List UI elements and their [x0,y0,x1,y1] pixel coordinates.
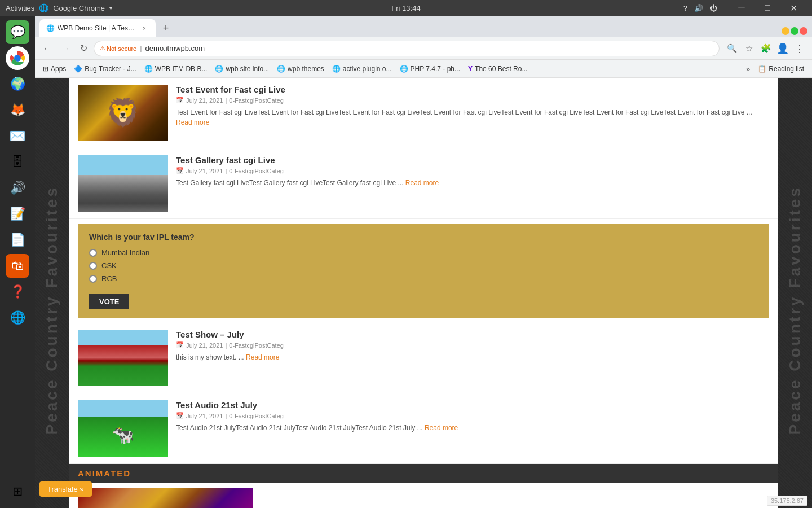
dock-apps-grid-icon[interactable]: ⊞ [6,480,29,503]
post-title-3[interactable]: Test Show – July [176,330,769,339]
post-date-2: July 21, 2021 [186,168,223,174]
post-title-1[interactable]: Test Event for Fast cgi Live [176,85,769,94]
tab-close-button[interactable]: × [140,24,149,33]
translate-bar[interactable]: Translate » [39,481,92,497]
profile-button[interactable]: 👤 [775,41,791,56]
post-thumb-2 [78,155,168,212]
dock-notepad-icon[interactable]: 📝 [6,202,29,226]
dock-files-icon[interactable]: 🗄 [6,150,29,174]
side-text-left-content: Peace Country Favourites [43,186,61,435]
back-button[interactable]: ← [39,41,55,56]
dock-email-icon[interactable]: ✉️ [6,124,29,148]
dock-shop-icon[interactable]: 🛍 [6,254,29,278]
post-sep-2: | [225,168,227,174]
bookmark-wpbitm-label: WPB ITM DB B... [155,65,208,73]
bookmark-yahoo-label: The 60 Best Ro... [475,65,527,73]
reading-list-button[interactable]: 📋 Reading list [754,64,807,74]
minimize-tab-control[interactable] [782,27,789,35]
post-excerpt-1: Test Event for Fast cgi LiveTest Event f… [176,107,769,128]
close-window-button[interactable]: ✕ [780,0,806,16]
post-sep-3: | [225,342,227,349]
post-date-4: July 21, 2021 [186,413,223,419]
bookmark-php[interactable]: 🌐 PHP 7.4.7 - ph... [396,64,464,74]
read-more-4[interactable]: Read more [425,424,458,432]
bookmark-wpbitm[interactable]: 🌐 WPB ITM DB B... [141,64,211,74]
maximize-tab-control[interactable] [791,27,798,35]
bookmark-wpbthemes[interactable]: 🌐 wpb themes [273,64,328,74]
dock-earth-icon[interactable]: 🌍 [6,72,29,96]
os-dock: 💬 🌍 🦊 ✉️ 🗄 🔊 📝 📄 🛍 ❓ 🌐 ⊞ [0,16,35,508]
address-bar[interactable]: ⚠ Not secure | demo.itmwpb.com [94,41,720,56]
security-warning: ⚠ Not secure [100,45,136,52]
help-icon[interactable]: ? [683,4,687,12]
browser-window: 🌐 WPB Demo Site | A Test Si... × + ← → ↻… [35,16,812,508]
new-tab-button[interactable]: + [158,20,174,36]
calendar-icon-1: 📅 [176,97,184,104]
bookmarks-more-button[interactable]: » [743,63,754,75]
dock-help-icon[interactable]: ❓ [6,280,29,304]
poll-question: Which is your fav IPL team? [89,233,758,242]
php-icon: 🌐 [400,65,408,73]
chevron-down-icon[interactable]: ▾ [109,5,112,11]
extensions-button[interactable]: 🧩 [758,41,774,56]
power-icon[interactable]: ⏻ [710,4,717,12]
poll-option-3[interactable]: RCB [89,274,758,283]
dock-chrome-icon[interactable] [6,46,29,70]
bookmark-star-button[interactable]: ☆ [741,41,757,56]
poll-radio-3[interactable] [89,275,97,283]
dock-document-icon[interactable]: 📄 [6,228,29,252]
dock-messages-icon[interactable]: 💬 [6,20,29,44]
post-sep-1: | [225,97,227,104]
wpbsite-icon: 🌐 [215,65,223,73]
poll-option-3-label: RCB [102,274,117,283]
post-title-2[interactable]: Test Gallery fast cgi Live [176,155,769,165]
main-content-area: 🦁 Test Event for Fast cgi Live 📅 July 21… [69,78,778,508]
tab-favicon: 🌐 [46,24,54,32]
navigation-bar: ← → ↻ ⚠ Not secure | demo.itmwpb.com 🔍 ☆… [35,37,812,60]
bookmark-yahoo[interactable]: Y The 60 Best Ro... [465,64,531,74]
forward-button[interactable]: → [58,41,73,56]
post-info-1: Test Event for Fast cgi Live 📅 July 21, … [176,85,769,141]
bookmark-bugtracker[interactable]: 🔷 Bug Tracker - J... [70,64,139,74]
poll-option-2[interactable]: CSK [89,261,758,270]
calendar-icon-3: 📅 [176,341,184,349]
poll-option-1[interactable]: Mumbai Indian [89,248,758,257]
url-text: demo.itmwpb.com [145,44,205,52]
dock-firefox-icon[interactable]: 🦊 [6,98,29,122]
post-item-2: Test Gallery fast cgi Live 📅 July 21, 20… [69,148,778,219]
dock-globe2-icon[interactable]: 🌐 [6,306,29,330]
browser-name-label: Google Chrome [53,4,105,12]
vote-button[interactable]: VOTE [89,294,129,309]
separator: | [140,44,142,52]
search-button[interactable]: 🔍 [724,41,740,56]
bookmark-wpbsite[interactable]: 🌐 wpb site info... [211,64,272,74]
post-thumb-4: 🐄 [78,400,168,457]
poll-radio-2[interactable] [89,262,97,270]
page-content[interactable]: Peace Country Favourites 🦁 Test Event fo… [35,78,812,508]
close-tab-control[interactable] [800,27,807,35]
side-text-right-content: Peace Country Favourites [786,186,804,435]
active-tab[interactable]: 🌐 WPB Demo Site | A Test Si... × [39,19,156,37]
minimize-button[interactable]: ─ [729,0,754,16]
bookmark-activeplugin[interactable]: 🌐 active plugin o... [329,64,395,74]
poll-radio-1[interactable] [89,249,97,257]
post-meta-3: 📅 July 21, 2021 | 0-FastcgiPostCateg [176,341,769,349]
chrome-favicon: 🌐 [39,3,48,12]
volume-icon[interactable]: 🔊 [694,4,703,12]
calendar-icon-4: 📅 [176,412,184,419]
dock-audio-icon[interactable]: 🔊 [6,176,29,200]
post-title-4[interactable]: Test Audio 21st July [176,400,769,410]
os-topbar-clock: Fri 13:44 [391,4,420,12]
side-text-left: Peace Country Favourites [35,78,69,508]
bookmark-apps[interactable]: ⊞ Apps [39,64,69,74]
menu-button[interactable]: ⋮ [792,41,807,56]
read-more-2[interactable]: Read more [405,179,439,187]
post-meta-2: 📅 July 21, 2021 | 0-FastcgiPostCateg [176,167,769,174]
post-thumb-3 [78,330,168,386]
maximize-button[interactable]: □ [754,0,780,16]
bookmark-php-label: PHP 7.4.7 - ph... [411,65,461,73]
refresh-button[interactable]: ↻ [76,41,91,56]
read-more-1[interactable]: Read more [176,119,209,126]
activities-button[interactable]: Activities [6,4,34,12]
read-more-3[interactable]: Read more [246,353,279,361]
